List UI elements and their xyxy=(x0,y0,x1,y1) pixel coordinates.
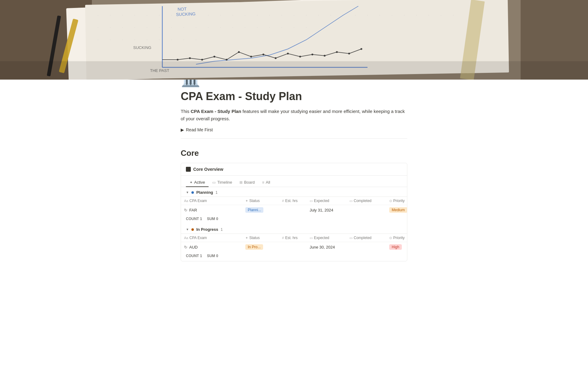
expected2-col-icon: ▭ xyxy=(310,236,313,240)
group-inprogress-toggle[interactable]: ▼ xyxy=(186,228,189,231)
esthrs-col-label: Est. hrs xyxy=(285,199,298,203)
priority2-col-label: Priority xyxy=(393,236,405,240)
completed-col-icon: ▭ xyxy=(349,199,352,203)
planning-table-container: Aa CPA Exam ✦ Status # xyxy=(181,197,407,215)
core-section-title: Core xyxy=(181,148,407,158)
svg-point-34 xyxy=(453,15,454,16)
svg-point-69 xyxy=(238,51,240,53)
aud-status-badge: In Pro... xyxy=(245,244,263,250)
svg-point-43 xyxy=(196,27,196,28)
svg-point-5 xyxy=(98,15,98,16)
table-row[interactable]: ↻ FAR Planni... July 31, 2024 Medium xyxy=(181,205,407,215)
svg-point-60 xyxy=(183,39,184,40)
group-planning-toggle[interactable]: ▼ xyxy=(186,191,189,194)
esthrs2-col-label: Est. hrs xyxy=(285,236,298,240)
status-col-icon: ✦ xyxy=(245,199,248,203)
svg-point-64 xyxy=(177,59,179,61)
tab-all[interactable]: ≡ All xyxy=(258,178,274,187)
svg-point-7 xyxy=(122,15,123,16)
read-me-toggle[interactable]: ▶ Read Me First xyxy=(181,127,407,132)
svg-rect-87 xyxy=(0,61,588,80)
row-aud-esthrs xyxy=(279,242,307,252)
svg-point-73 xyxy=(287,53,289,54)
planning-table-footer: COUNT 1 SUM 0 xyxy=(181,215,407,224)
col2-header-status: ✦ Status xyxy=(242,234,279,242)
svg-point-10 xyxy=(159,15,160,16)
col-header-status: ✦ Status xyxy=(242,197,279,205)
svg-point-24 xyxy=(330,15,331,16)
expected-col-label: Expected xyxy=(314,199,329,203)
aud-name-text: AUD xyxy=(189,245,198,249)
far-priority-badge: Medium xyxy=(389,207,407,213)
svg-point-55 xyxy=(122,39,123,40)
tab-board[interactable]: ⊞ Board xyxy=(236,178,258,187)
far-name-text: FAR xyxy=(189,208,197,212)
sum-label: SUM xyxy=(207,217,215,221)
group-inprogress-header: ▼ In Progress 1 xyxy=(181,224,407,234)
col2-header-cpa: Aa CPA Exam xyxy=(181,234,242,242)
svg-point-20 xyxy=(281,15,282,16)
row-aud-name: ↻ AUD xyxy=(181,242,242,252)
svg-point-65 xyxy=(189,57,191,59)
svg-point-6 xyxy=(110,15,111,16)
tab-active[interactable]: ✦ Active xyxy=(186,178,209,187)
svg-text:SUCKING: SUCKING xyxy=(176,11,196,17)
planning-table-header-row: Aa CPA Exam ✦ Status # xyxy=(181,197,407,205)
svg-point-71 xyxy=(262,54,264,55)
col2-header-esthrs: # Est. hrs xyxy=(279,234,307,242)
row-aud-expected: June 30, 2024 xyxy=(307,242,346,252)
svg-point-13 xyxy=(196,15,196,16)
svg-point-15 xyxy=(220,15,221,16)
planning-group-count: 1 xyxy=(216,190,218,195)
svg-point-16 xyxy=(232,15,233,16)
svg-point-44 xyxy=(208,27,209,28)
description-bold: CPA Exam - Study Plan xyxy=(191,109,241,114)
read-me-label: Read Me First xyxy=(186,127,213,132)
cpa2-col-label: CPA Exam xyxy=(189,236,207,240)
all-tab-label: All xyxy=(266,180,270,185)
cpa-col-icon: Aa xyxy=(184,199,188,203)
page-title: CPA Exam - Study Plan xyxy=(181,90,407,103)
svg-point-68 xyxy=(226,59,228,61)
count-label: COUNT xyxy=(186,217,199,221)
far-status-badge: Planni... xyxy=(245,207,263,213)
svg-point-57 xyxy=(147,39,147,40)
esthrs-col-icon: # xyxy=(282,199,284,203)
svg-point-14 xyxy=(208,15,209,16)
priority-col-icon: ⊙ xyxy=(389,199,392,203)
row-far-priority: Medium xyxy=(386,205,407,215)
table-row[interactable]: ↻ AUD In Pro... June 30, 2024 High xyxy=(181,242,407,252)
svg-point-8 xyxy=(134,15,135,16)
svg-point-49 xyxy=(269,27,270,28)
svg-point-48 xyxy=(257,27,258,28)
page-content: 🏛️ CPA Exam - Study Plan This CPA Exam -… xyxy=(156,70,432,286)
svg-point-52 xyxy=(306,27,307,28)
database-block-icon xyxy=(186,167,191,172)
inprogress-dot xyxy=(191,228,194,231)
active-tab-label: Active xyxy=(194,180,205,185)
inprogress-group-label: In Progress xyxy=(196,227,218,232)
tab-timeline[interactable]: ▭ Timeline xyxy=(209,178,236,187)
svg-point-39 xyxy=(147,27,147,28)
expected2-col-label: Expected xyxy=(314,236,329,240)
svg-point-29 xyxy=(392,15,392,16)
row-aud-completed xyxy=(346,242,386,252)
svg-point-37 xyxy=(122,27,123,28)
svg-point-58 xyxy=(159,39,160,40)
priority2-col-icon: ⊙ xyxy=(389,236,392,240)
row-aud-priority: High xyxy=(386,242,407,252)
planning-count-val: 1 xyxy=(200,217,202,221)
board-tab-label: Board xyxy=(244,180,255,185)
svg-point-46 xyxy=(232,27,233,28)
row-far-status: Planni... xyxy=(242,205,279,215)
svg-point-42 xyxy=(183,27,184,28)
svg-point-79 xyxy=(360,48,362,50)
aud-record-icon: ↻ xyxy=(184,245,187,249)
col2-header-expected: ▭ Expected xyxy=(307,234,346,242)
col-header-expected: ▭ Expected xyxy=(307,197,346,205)
svg-point-78 xyxy=(348,53,350,54)
svg-point-54 xyxy=(110,39,111,40)
inprogress-group-count: 1 xyxy=(221,227,223,232)
svg-point-61 xyxy=(196,39,196,40)
svg-point-47 xyxy=(245,27,245,28)
